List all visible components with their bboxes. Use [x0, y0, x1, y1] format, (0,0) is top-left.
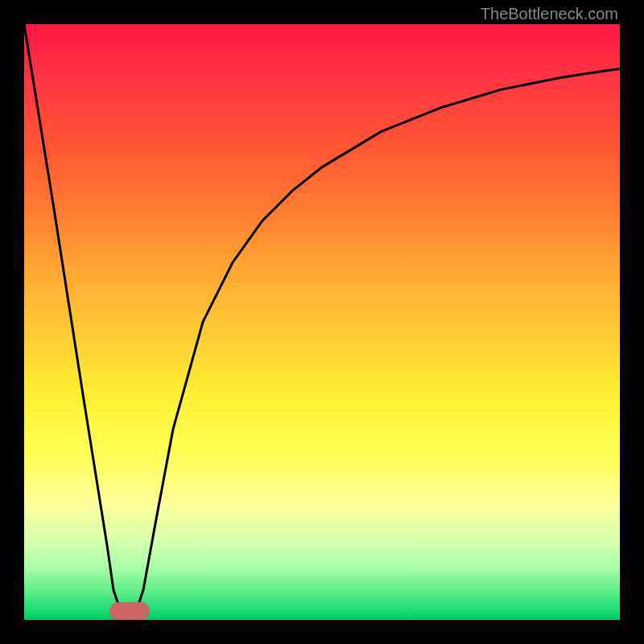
bottleneck-curve	[24, 24, 620, 620]
watermark-text: TheBottleneck.com	[481, 5, 618, 23]
optimal-point-marker	[109, 602, 150, 620]
chart-plot-area	[24, 24, 620, 620]
